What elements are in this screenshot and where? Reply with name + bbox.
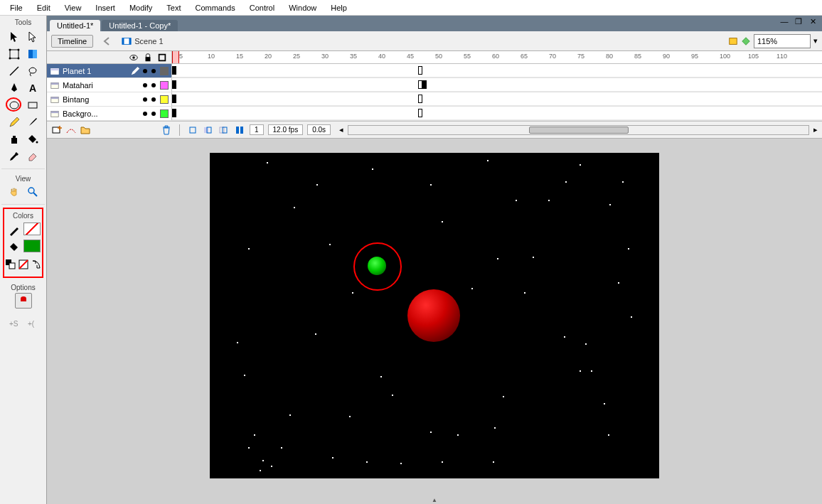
new-layer-button[interactable] — [51, 124, 63, 136]
layer-row[interactable]: Matahari — [47, 78, 822, 92]
ruler-tick: 85 — [634, 53, 641, 60]
lock-dot[interactable] — [151, 97, 156, 102]
center-frame-button[interactable] — [187, 124, 198, 136]
text-tool[interactable]: A — [24, 80, 41, 96]
menu-file[interactable]: File — [3, 1, 30, 14]
frame-ruler[interactable]: 5101520253035404550556065707580859095100… — [172, 51, 822, 63]
gradient-transform-tool[interactable] — [24, 46, 41, 62]
visibility-dot[interactable] — [143, 69, 147, 73]
ink-bottle-tool[interactable] — [6, 132, 23, 147]
add-motion-guide-button[interactable] — [65, 124, 77, 136]
window-close[interactable]: ✕ — [808, 17, 818, 26]
lock-icon[interactable] — [143, 53, 153, 63]
star — [580, 164, 581, 166]
layer-row[interactable]: Bintang — [47, 92, 822, 107]
show-hide-icon[interactable] — [129, 53, 139, 63]
svg-point-11 — [36, 141, 38, 144]
lock-dot[interactable] — [151, 83, 156, 87]
paint-bucket-tool[interactable] — [24, 132, 41, 147]
keyframe[interactable] — [172, 80, 176, 89]
default-colors[interactable] — [5, 257, 16, 272]
onion-skin-button[interactable] — [203, 124, 214, 136]
timeline-scroll-left[interactable]: ◂ — [339, 125, 343, 134]
pen-tool[interactable] — [6, 80, 23, 96]
visibility-dot[interactable] — [143, 97, 147, 102]
brush-tool[interactable] — [24, 114, 41, 130]
stage[interactable] — [210, 153, 659, 478]
tab-untitled-1[interactable]: Untitled-1* — [50, 20, 100, 31]
star — [497, 258, 498, 259]
window-minimize[interactable]: — — [779, 17, 789, 26]
menu-commands[interactable]: Commands — [188, 1, 242, 14]
layer-track[interactable] — [172, 107, 822, 120]
stroke-color-icon[interactable] — [6, 222, 22, 238]
lock-dot[interactable] — [151, 69, 156, 73]
planet-matahari[interactable] — [407, 289, 460, 342]
visibility-dot[interactable] — [143, 112, 147, 116]
oval-tool[interactable] — [6, 97, 23, 113]
free-transform-tool[interactable] — [6, 46, 23, 62]
outline-icon[interactable] — [157, 53, 167, 63]
outline-color-box[interactable] — [160, 109, 169, 118]
zoom-select[interactable] — [754, 34, 811, 48]
menu-control[interactable]: Control — [242, 1, 282, 14]
outline-color-box[interactable] — [160, 95, 169, 104]
menu-text[interactable]: Text — [159, 1, 188, 14]
swap-colors[interactable] — [31, 257, 42, 272]
menu-view[interactable]: View — [58, 1, 89, 14]
menu-help[interactable]: Help — [324, 1, 354, 14]
lock-dot[interactable] — [151, 112, 156, 116]
menu-insert[interactable]: Insert — [88, 1, 122, 14]
panel-expand-icon[interactable]: ▲ — [432, 497, 437, 503]
keyframe-end[interactable] — [418, 109, 422, 117]
menu-modify[interactable]: Modify — [122, 1, 159, 14]
keyframe[interactable] — [172, 66, 176, 75]
hand-tool[interactable] — [6, 184, 23, 200]
edit-multiple-frames-button[interactable] — [234, 124, 245, 136]
ruler-tick: 15 — [236, 53, 243, 60]
tab-untitled-1-copy[interactable]: Untitled-1 - Copy* — [102, 20, 178, 31]
fill-color-icon[interactable] — [6, 240, 22, 255]
playhead[interactable] — [172, 51, 179, 63]
visibility-dot[interactable] — [143, 83, 147, 87]
keyframe[interactable] — [172, 109, 176, 117]
subselection-tool[interactable] — [24, 29, 41, 45]
eraser-tool[interactable] — [24, 149, 41, 164]
edit-scene-icon[interactable] — [728, 36, 738, 46]
edit-symbols-icon[interactable] — [741, 36, 751, 46]
keyframe[interactable] — [172, 95, 176, 103]
timeline-button[interactable]: Timeline — [51, 35, 93, 48]
zoom-dropdown-icon[interactable]: ▾ — [813, 36, 818, 45]
timeline-scroll-right[interactable]: ▸ — [813, 125, 818, 134]
oval-selection[interactable] — [353, 242, 402, 291]
eyedropper-tool[interactable] — [6, 149, 23, 164]
snap-option[interactable] — [15, 293, 32, 309]
line-tool[interactable] — [6, 63, 23, 79]
layer-row[interactable]: Planet 1 — [47, 64, 822, 78]
back-button[interactable] — [99, 33, 116, 49]
menu-window[interactable]: Window — [282, 1, 324, 14]
new-folder-button[interactable] — [80, 124, 91, 136]
layer-track[interactable] — [172, 64, 822, 77]
layer-track[interactable] — [172, 78, 822, 92]
keyframe[interactable] — [422, 80, 427, 89]
zoom-tool[interactable] — [24, 184, 41, 200]
layer-track[interactable] — [172, 92, 822, 106]
window-maximize[interactable]: ❐ — [794, 17, 804, 26]
menu-edit[interactable]: Edit — [30, 1, 58, 14]
fill-swatch[interactable] — [23, 240, 41, 252]
lasso-tool[interactable] — [24, 63, 41, 79]
stroke-swatch[interactable] — [23, 222, 41, 235]
onion-skin-outlines-button[interactable] — [218, 124, 230, 136]
pencil-tool[interactable] — [6, 114, 23, 130]
delete-layer-button[interactable] — [161, 124, 172, 136]
selection-tool[interactable] — [6, 29, 23, 45]
timeline-scrollbar[interactable] — [529, 127, 629, 134]
outline-color-box[interactable] — [160, 67, 169, 75]
keyframe-end[interactable] — [418, 66, 422, 75]
outline-color-box[interactable] — [160, 81, 169, 90]
rectangle-tool[interactable] — [24, 97, 41, 113]
keyframe-end[interactable] — [418, 95, 422, 103]
no-color[interactable] — [18, 257, 29, 272]
layer-row[interactable]: Backgro... — [47, 107, 822, 121]
